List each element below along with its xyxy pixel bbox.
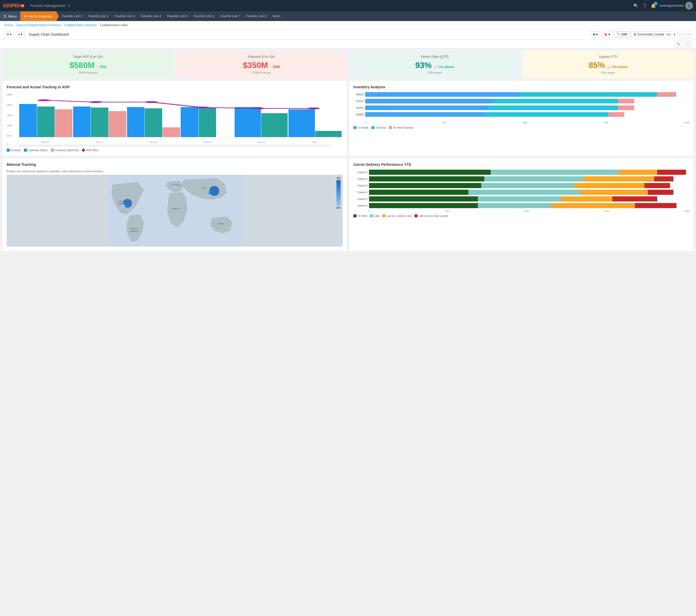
legend-dot-custship: [51, 148, 54, 152]
bell-icon[interactable]: 🔔 7: [651, 3, 656, 8]
inv-x-200k: 200k: [684, 122, 689, 124]
x-label-sep18: Sep-18: [18, 141, 72, 143]
logo-e2: E2OPEN: [3, 3, 20, 9]
nav-dropdown-icon[interactable]: ▾: [68, 4, 70, 7]
bookmark-button[interactable]: 🔖 ▾: [602, 31, 612, 37]
breadcrumb-current: Collaboration View: [100, 23, 128, 27]
carrier-5-bar: [369, 183, 689, 188]
star-icon: ★: [24, 14, 27, 18]
breadcrumb-sep-1: ›: [14, 23, 15, 27]
logo-badge: ®: [21, 4, 24, 7]
legend-late-more: Late by more than a week: [414, 214, 448, 217]
kpi-row: Target AOP (Curr Qtr) $580M ↑ 20M 550M F…: [3, 51, 693, 78]
expand-button[interactable]: ⛶: [684, 41, 692, 47]
nav-link[interactable]: More ...: [270, 14, 286, 18]
carrier-2-early: [484, 176, 584, 181]
chart-row-2: Material Tracking Bubble size represents…: [3, 158, 693, 251]
carrier-4-late-more: [648, 190, 674, 195]
breadcrumb-home[interactable]: Home: [4, 23, 13, 27]
carrier-6-label: Carrier-6: [353, 204, 367, 207]
bar-forecast-sep18: [19, 104, 37, 137]
add-to-favorites-button[interactable]: ★ Add to Favorites: [20, 11, 59, 21]
inv-seg-expiring-Q5800: [608, 112, 624, 117]
menu-button[interactable]: ☰ Menu: [0, 11, 20, 21]
circle-button[interactable]: ⊙ ▾: [4, 31, 14, 37]
y-label-0: 0: [7, 143, 8, 145]
carrier-3-late-more: [657, 170, 686, 175]
kpi-perfect-order-value: 93%: [415, 61, 432, 70]
forecast-scrollbar[interactable]: [18, 144, 331, 146]
help-icon[interactable]: ❓: [642, 3, 647, 8]
inventory-legend: In-Transit On Hand On Hand Expiring: [353, 126, 689, 129]
carrier-6-early: [478, 203, 552, 208]
breadcrumb-collab-selector[interactable]: Collaboration Selector: [64, 23, 97, 27]
bubble-north-america-2: [121, 204, 126, 209]
kpi-target-aop-delta: ↑ 20M: [97, 65, 107, 69]
carrier-row-1: Carrier-1: [353, 196, 689, 202]
carrier-x-150k: 150k: [604, 210, 609, 212]
carrier-4-late1wk: [581, 190, 648, 195]
x-label-feb: Feb-...: [288, 141, 343, 143]
carrier-chart-card: Carrier Delivery Performance YTD Carrier…: [349, 158, 693, 251]
carrier-3-ontime: [369, 170, 491, 175]
inv-x-axis: 0 50k 100k 150k 200k: [353, 122, 689, 124]
legend-on-hand-expiring: On Hand Expiring: [389, 126, 413, 129]
carrier-row-3: Carrier-3: [353, 170, 689, 175]
map-legend: 45k 30K: [336, 177, 341, 209]
nav-title[interactable]: Process Management: [30, 4, 65, 8]
nav-link[interactable]: Favorite Link 4: [138, 14, 164, 18]
nav-link[interactable]: Favorite Link 2: [85, 14, 112, 18]
inv-row-D0370: D0370: [353, 99, 689, 104]
breadcrumb-sep-2: ›: [62, 23, 63, 27]
bar-custorders-nov18: [145, 108, 162, 137]
kpi-shipment-delta: ↓ 20M: [270, 65, 280, 69]
cockpit-selector[interactable]: ⊞ Commodity Cockpit - Le... ▾: [631, 31, 678, 37]
inv-label-Q5800: Q5800: [353, 113, 364, 116]
kpi-shipment-sub: 375M Forecast: [180, 71, 343, 74]
grid-view-button[interactable]: ⊞ ▾: [590, 31, 600, 37]
forecast-chart-area: 250M 200M 150M 100M 50M 0: [7, 92, 343, 143]
carrier-4-early: [468, 190, 581, 195]
nav-link[interactable]: Favorite Link 8: [243, 14, 270, 18]
nav-link[interactable]: Favorite Link 6: [191, 14, 217, 18]
carrier-1-ontime: [369, 196, 478, 202]
breadcrumb: Home › Search Replenished Inventory › Co…: [0, 21, 696, 29]
y-label-50: 50M: [7, 135, 11, 137]
username: burtonguster4real: [660, 4, 684, 7]
carrier-6-late1wk: [552, 203, 635, 208]
filter-search-button[interactable]: 🔍: [674, 41, 683, 47]
map-container: NORTH AMERICA SOUTH AMERICA AFRICA EUROP…: [7, 175, 343, 247]
bar-groups: [18, 92, 343, 137]
y-label-250: 250M: [7, 93, 13, 96]
search-icon[interactable]: 🔍: [633, 3, 638, 8]
list-button[interactable]: ≡ ▾: [16, 31, 25, 37]
breadcrumb-search-replenished[interactable]: Search Replenished Inventory: [16, 23, 61, 27]
cockpit-icon: ⊞: [634, 33, 636, 36]
logo: E2OPEN ®: [3, 3, 24, 9]
nav-link[interactable]: Favorite Link 1: [59, 14, 85, 18]
inv-seg-intransit-A0001: [365, 106, 488, 110]
kpi-target-aop-sub: 550M Forecast: [7, 71, 169, 74]
legend-customer-shipments: Customer Shipments: [51, 148, 79, 152]
prev-button[interactable]: ‹: [679, 31, 685, 37]
nav-link[interactable]: Favorite Link 5: [164, 14, 191, 18]
carrier-x-50k: 50k: [445, 210, 449, 212]
header-icons: 🔍 ❓ 🔔 7 burtonguster4real 👤: [633, 2, 693, 10]
carrier-legend: On Time Early Late by 1 week or less Lat…: [353, 214, 689, 217]
legend-dot-expiring: [389, 126, 392, 129]
carrier-5-late-more: [645, 183, 670, 188]
nav-link[interactable]: Favorite Link 3: [112, 14, 138, 18]
bar-forecast-dec18: [181, 107, 198, 137]
edit-button[interactable]: ✏️ Edit: [614, 31, 630, 37]
user-info[interactable]: burtonguster4real 👤: [660, 2, 693, 10]
nav-link[interactable]: Favorite Link 7: [217, 14, 243, 18]
bar-group-jan19: [235, 92, 288, 137]
inv-row-B0029: B0029: [353, 92, 689, 97]
breadcrumb-sep-3: ›: [98, 23, 99, 27]
next-button[interactable]: ›: [686, 31, 692, 37]
carrier-1-early: [478, 196, 561, 202]
kpi-perfect-order-label: Perfect Order (QTD): [353, 55, 516, 59]
bar-group-dec18: [181, 92, 234, 137]
inv-x-100k: 100k: [522, 122, 527, 124]
kpi-target-aop: Target AOP (Curr Qtr) $580M ↑ 20M 550M F…: [3, 51, 173, 78]
